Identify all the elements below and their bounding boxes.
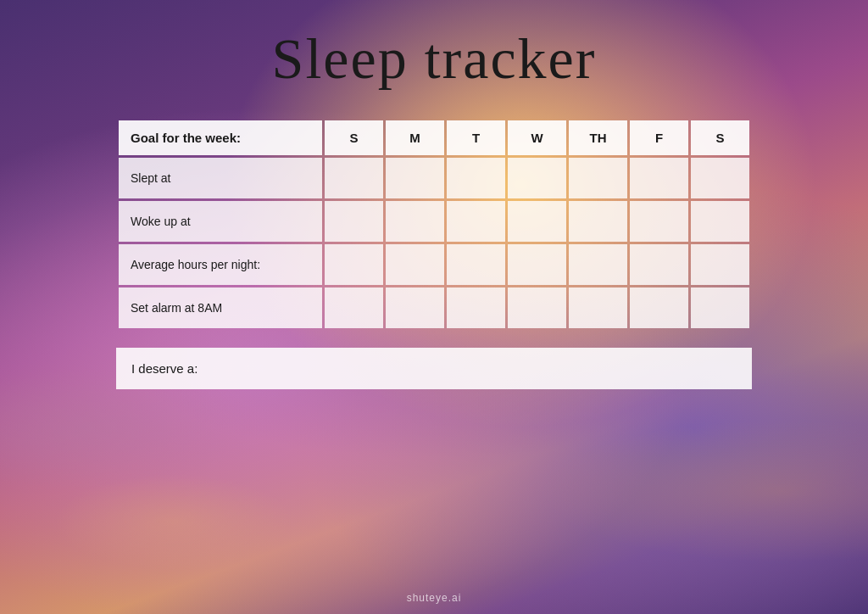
slept-th-cell[interactable] bbox=[569, 158, 627, 198]
table-row: Average hours per night: bbox=[119, 244, 749, 285]
woke-f-cell[interactable] bbox=[630, 201, 688, 242]
avg-th-cell[interactable] bbox=[569, 244, 627, 285]
goal-header: Goal for the week: bbox=[119, 120, 322, 155]
woke-up-label: Woke up at bbox=[119, 201, 322, 242]
day-header-s1: S bbox=[325, 120, 383, 155]
day-header-s2: S bbox=[691, 120, 749, 155]
avg-f-cell[interactable] bbox=[630, 244, 688, 285]
tracker-container: Goal for the week: S M T W TH F S Slept … bbox=[116, 118, 752, 389]
woke-s1-cell[interactable] bbox=[325, 201, 383, 242]
avg-t-cell[interactable] bbox=[447, 244, 505, 285]
avg-s2-cell[interactable] bbox=[691, 244, 749, 285]
woke-w-cell[interactable] bbox=[508, 201, 566, 242]
woke-t-cell[interactable] bbox=[447, 201, 505, 242]
alarm-f-cell[interactable] bbox=[630, 287, 688, 328]
deserve-label: I deserve a: bbox=[131, 361, 198, 376]
avg-w-cell[interactable] bbox=[508, 244, 566, 285]
day-header-t: T bbox=[447, 120, 505, 155]
slept-f-cell[interactable] bbox=[630, 158, 688, 198]
slept-m-cell[interactable] bbox=[386, 158, 444, 198]
avg-s1-cell[interactable] bbox=[325, 244, 383, 285]
alarm-label: Set alarm at 8AM bbox=[119, 287, 322, 328]
slept-w-cell[interactable] bbox=[508, 158, 566, 198]
alarm-t-cell[interactable] bbox=[447, 287, 505, 328]
alarm-m-cell[interactable] bbox=[386, 287, 444, 328]
alarm-s1-cell[interactable] bbox=[325, 287, 383, 328]
day-header-w: W bbox=[508, 120, 566, 155]
table-body: Slept at Woke up at bbox=[119, 158, 749, 328]
avg-hours-label: Average hours per night: bbox=[119, 244, 322, 285]
slept-t-cell[interactable] bbox=[447, 158, 505, 198]
woke-m-cell[interactable] bbox=[386, 201, 444, 242]
woke-th-cell[interactable] bbox=[569, 201, 627, 242]
table-row: Set alarm at 8AM bbox=[119, 287, 749, 328]
page-title: Sleep tracker bbox=[272, 25, 597, 92]
day-header-m: M bbox=[386, 120, 444, 155]
day-header-f: F bbox=[630, 120, 688, 155]
slept-s2-cell[interactable] bbox=[691, 158, 749, 198]
woke-s2-cell[interactable] bbox=[691, 201, 749, 242]
deserve-row[interactable]: I deserve a: bbox=[116, 348, 752, 389]
header-row: Goal for the week: S M T W TH F S bbox=[119, 120, 749, 155]
table-row: Woke up at bbox=[119, 201, 749, 242]
alarm-th-cell[interactable] bbox=[569, 287, 627, 328]
slept-s1-cell[interactable] bbox=[325, 158, 383, 198]
alarm-w-cell[interactable] bbox=[508, 287, 566, 328]
avg-m-cell[interactable] bbox=[386, 244, 444, 285]
main-content: Sleep tracker Goal for the week: S M T W… bbox=[0, 0, 868, 614]
slept-at-label: Slept at bbox=[119, 158, 322, 198]
day-header-th: TH bbox=[569, 120, 627, 155]
footer-text: shuteye.ai bbox=[407, 592, 462, 604]
alarm-s2-cell[interactable] bbox=[691, 287, 749, 328]
table-row: Slept at bbox=[119, 158, 749, 198]
sleep-table: Goal for the week: S M T W TH F S Slept … bbox=[116, 118, 752, 331]
